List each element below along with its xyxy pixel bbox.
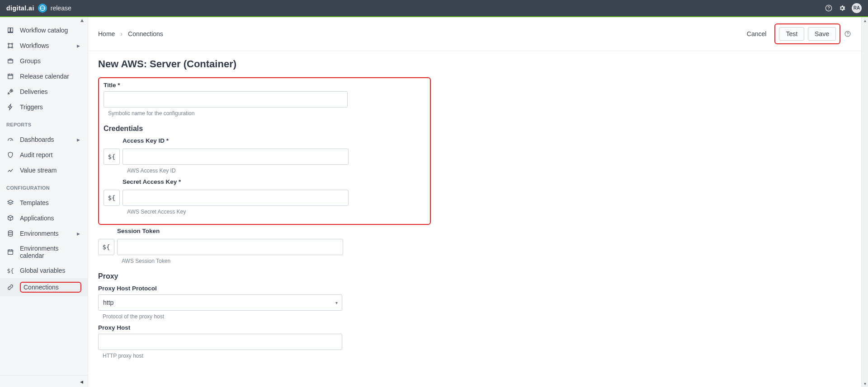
brand-logo-text: digital.ai bbox=[6, 5, 34, 12]
sidebar-item-label: Value stream bbox=[20, 167, 81, 174]
sidebar-item-label: Workflows bbox=[20, 42, 71, 49]
chevron-right-icon: › bbox=[120, 30, 123, 37]
variable-picker-button[interactable]: ${ bbox=[98, 239, 114, 255]
svg-rect-11 bbox=[8, 250, 13, 254]
link-icon bbox=[6, 283, 14, 291]
svg-point-13 bbox=[847, 35, 848, 35]
secret-key-help: AWS Secret Access Key bbox=[127, 209, 425, 215]
page-title: New AWS: Server (Container) bbox=[98, 58, 431, 70]
sidebar-item-workflows[interactable]: Workflows ▸ bbox=[0, 38, 88, 53]
sidebar-item-groups[interactable]: Groups bbox=[0, 53, 88, 69]
shield-icon bbox=[6, 151, 14, 159]
sidebar-item-label: Applications bbox=[20, 214, 81, 222]
secret-key-label: Secret Access Key * bbox=[123, 178, 425, 185]
sidebar-item-templates[interactable]: Templates bbox=[0, 195, 88, 210]
section-proxy: Proxy bbox=[98, 272, 431, 280]
stack-icon bbox=[6, 229, 14, 238]
cancel-button[interactable]: Cancel bbox=[742, 28, 771, 40]
gear-icon[interactable] bbox=[838, 4, 846, 12]
sidebar-item-dashboards[interactable]: Dashboards ▸ bbox=[0, 132, 88, 147]
chevron-left-icon: ◂ bbox=[80, 378, 83, 385]
test-button[interactable]: Test bbox=[779, 27, 804, 41]
sidebar-scroll-up[interactable]: ▴ bbox=[0, 17, 88, 20]
sidebar-item-label: Environments bbox=[20, 230, 71, 237]
session-token-input[interactable] bbox=[117, 239, 343, 255]
proxy-host-label: Proxy Host bbox=[98, 324, 431, 331]
cube-icon bbox=[6, 214, 14, 222]
proxy-host-help: HTTP proxy host bbox=[103, 353, 431, 359]
sidebar-item-applications[interactable]: Applications bbox=[0, 210, 88, 226]
svg-point-9 bbox=[11, 90, 12, 91]
proxy-protocol-help: Protocol of the proxy host bbox=[103, 313, 431, 320]
sidebar-item-environments-calendar[interactable]: Environments calendar bbox=[0, 241, 88, 263]
sidebar-item-label: Workflow catalog bbox=[20, 27, 81, 34]
title-help: Symbolic name for the configuration bbox=[108, 110, 425, 117]
sidebar-item-audit-report[interactable]: Audit report bbox=[0, 147, 88, 163]
sidebar-item-release-calendar[interactable]: Release calendar bbox=[0, 69, 88, 84]
sidebar-item-label: Global variables bbox=[20, 267, 81, 274]
top-nav: digital.ai release RA bbox=[0, 0, 868, 16]
section-credentials: Credentials bbox=[104, 125, 425, 133]
variable-icon: ${ bbox=[6, 266, 14, 275]
session-token-help: AWS Session Token bbox=[122, 258, 431, 264]
sidebar-item-label: Triggers bbox=[20, 103, 81, 111]
title-label: Title * bbox=[104, 82, 425, 89]
help-icon[interactable] bbox=[844, 30, 851, 37]
sidebar-item-environments[interactable]: Environments ▸ bbox=[0, 226, 88, 241]
svg-point-5 bbox=[8, 47, 9, 48]
variable-picker-button[interactable]: ${ bbox=[104, 190, 120, 206]
session-token-label: Session Token bbox=[117, 228, 431, 234]
svg-point-6 bbox=[12, 47, 13, 48]
secret-key-input[interactable] bbox=[123, 190, 349, 206]
trend-icon bbox=[6, 166, 14, 174]
chevron-right-icon: ▸ bbox=[77, 230, 81, 237]
sidebar-item-label: Release calendar bbox=[20, 73, 81, 80]
proxy-protocol-label: Proxy Host Protocol bbox=[98, 285, 431, 292]
form: New AWS: Server (Container) Title * Symb… bbox=[88, 51, 441, 382]
brand-icon bbox=[38, 4, 47, 13]
book-icon bbox=[6, 26, 14, 34]
sidebar-item-label: Audit report bbox=[20, 151, 81, 159]
sidebar-item-label: Templates bbox=[20, 199, 81, 206]
help-icon[interactable] bbox=[825, 4, 833, 12]
avatar[interactable]: RA bbox=[852, 3, 862, 13]
sidebar-item-connections[interactable]: Connections bbox=[0, 278, 88, 296]
page-header: Home › Connections Cancel Test Save bbox=[88, 17, 861, 51]
calendar-icon bbox=[6, 72, 14, 80]
scroll-up-icon: ▴ bbox=[862, 18, 868, 23]
svg-point-10 bbox=[8, 231, 12, 233]
title-input[interactable] bbox=[104, 91, 348, 107]
sidebar-item-deliveries[interactable]: Deliveries bbox=[0, 84, 88, 99]
gauge-icon bbox=[6, 135, 14, 144]
breadcrumb: Home › Connections bbox=[98, 30, 163, 37]
proxy-protocol-select[interactable] bbox=[98, 294, 342, 311]
content-scrollbar[interactable]: ▴ ▾ bbox=[861, 17, 868, 387]
variable-picker-button[interactable]: ${ bbox=[104, 149, 120, 165]
bolt-icon bbox=[6, 103, 14, 111]
sidebar-item-label: Deliveries bbox=[20, 88, 81, 95]
sidebar-item-label: Dashboards bbox=[20, 136, 71, 143]
sidebar-item-triggers[interactable]: Triggers bbox=[0, 99, 88, 115]
brand-product-text: release bbox=[51, 5, 71, 12]
svg-rect-8 bbox=[8, 74, 13, 79]
sidebar-section-configuration: CONFIGURATION bbox=[0, 181, 88, 192]
sidebar-item-global-variables[interactable]: ${ Global variables bbox=[0, 263, 88, 278]
sidebar-item-workflow-catalog[interactable]: Workflow catalog bbox=[0, 23, 88, 38]
sidebar-item-label: Connections bbox=[20, 282, 81, 293]
topnav-right: RA bbox=[825, 3, 862, 13]
sidebar-item-value-stream[interactable]: Value stream bbox=[0, 163, 88, 178]
brand: digital.ai release bbox=[6, 4, 71, 13]
flow-icon bbox=[6, 42, 14, 50]
chevron-right-icon: ▸ bbox=[77, 42, 81, 49]
sidebar-collapse[interactable]: ◂ bbox=[0, 375, 88, 387]
proxy-host-input[interactable] bbox=[98, 334, 342, 350]
svg-point-3 bbox=[8, 43, 9, 45]
breadcrumb-home[interactable]: Home bbox=[98, 30, 115, 37]
header-actions: Cancel Test Save bbox=[742, 23, 851, 44]
chevron-right-icon: ▸ bbox=[77, 136, 81, 143]
save-button[interactable]: Save bbox=[808, 27, 836, 41]
svg-point-4 bbox=[12, 43, 13, 45]
calendar-icon bbox=[6, 248, 14, 256]
access-key-input[interactable] bbox=[123, 149, 349, 165]
breadcrumb-current[interactable]: Connections bbox=[128, 30, 163, 37]
